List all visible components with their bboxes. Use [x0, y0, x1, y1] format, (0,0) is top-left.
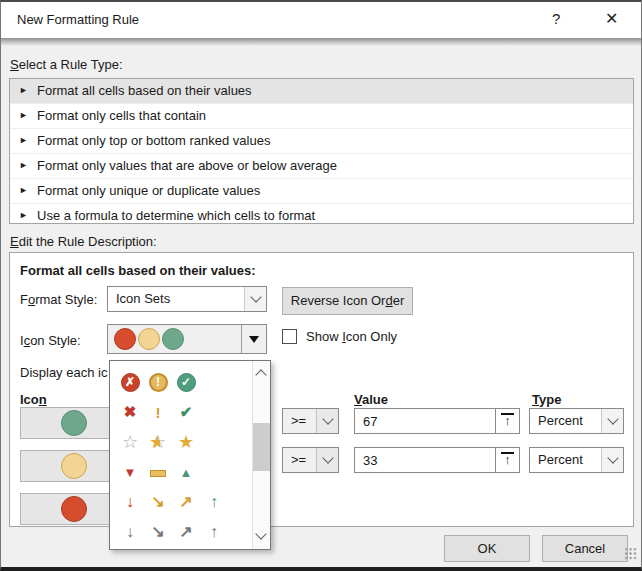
- rule-type-item[interactable]: ► Format only top or bottom ranked value…: [10, 129, 633, 154]
- cancel-button[interactable]: Cancel: [542, 535, 628, 562]
- type-select[interactable]: Percent: [529, 447, 624, 473]
- icon-set-dropdown: ✗ ! ✓ ✖ ! ✔ ☆ ☆★ ★ ▼ ▲ ↓ ↘ ↗ ↑ ↓ ↘ ↗: [109, 360, 271, 550]
- green-circle-icon: [162, 328, 184, 350]
- gray-down-arrow-icon: ↓: [120, 524, 140, 540]
- empty-star-icon: ☆: [120, 433, 140, 451]
- icon-set-3-stars[interactable]: ☆ ☆★ ★: [110, 427, 270, 457]
- titlebar-shadow: [1, 38, 641, 46]
- titlebar: New Formatting Rule ? ✕: [1, 2, 641, 38]
- popup-scrollbar[interactable]: [252, 361, 270, 549]
- dialog-title: New Formatting Rule: [17, 12, 139, 27]
- arrow-marker-icon: ►: [19, 79, 28, 102]
- icon-set-4-arrows-gray[interactable]: ↓ ↘ ↗ ↑: [110, 517, 270, 547]
- red-cross-circle-icon: ✗: [121, 373, 140, 392]
- collapse-dialog-icon: ↑: [496, 452, 519, 467]
- rule-type-list: ► Format all cells based on their values…: [9, 78, 634, 224]
- yellow-up-right-arrow-icon: ↗: [176, 494, 196, 510]
- icon-select-yellow[interactable]: [20, 450, 117, 482]
- dropdown-arrow-icon[interactable]: [241, 325, 266, 353]
- display-each-icon-label: Display each ic: [20, 365, 107, 380]
- format-style-select[interactable]: Icon Sets: [107, 286, 267, 312]
- edit-rule-description-label: Edit the Rule Description:: [10, 234, 157, 249]
- arrow-marker-icon: ►: [19, 179, 28, 202]
- icon-select-green[interactable]: [20, 407, 117, 439]
- arrow-marker-icon: ►: [19, 129, 28, 152]
- chevron-down-icon[interactable]: [601, 409, 623, 433]
- rule-type-item[interactable]: ► Use a formula to determine which cells…: [10, 204, 633, 228]
- show-icon-only-checkbox[interactable]: [282, 329, 297, 344]
- editor-header: Format all cells based on their values:: [20, 263, 256, 278]
- green-up-arrow-icon: ↑: [204, 494, 224, 510]
- icon-select-red[interactable]: [20, 493, 117, 525]
- operator-select[interactable]: >=: [282, 447, 339, 473]
- half-star-icon: ☆★: [148, 433, 168, 451]
- arrow-marker-icon: ►: [19, 154, 28, 177]
- value-input[interactable]: [355, 409, 495, 433]
- icon-column-header: Icon: [20, 392, 47, 407]
- red-down-arrow-icon: ↓: [120, 494, 140, 510]
- scroll-down-icon[interactable]: [257, 526, 265, 541]
- dialog-window: New Formatting Rule ? ✕ Select a Rule Ty…: [0, 0, 642, 571]
- reverse-icon-order-button[interactable]: Reverse Icon Order: [282, 287, 413, 315]
- icon-set-3-triangles[interactable]: ▼ ▲: [110, 457, 270, 487]
- red-circle-icon: [61, 496, 87, 522]
- format-style-value: Icon Sets: [116, 291, 170, 306]
- chevron-down-icon[interactable]: [316, 448, 338, 472]
- chevron-down-icon[interactable]: [244, 287, 266, 311]
- green-check-icon: ✔: [176, 403, 196, 421]
- value-header: Value: [354, 392, 388, 407]
- cell-picker-button[interactable]: ↑: [495, 448, 519, 472]
- collapse-dialog-icon: ↑: [496, 413, 519, 428]
- ok-button[interactable]: OK: [444, 535, 530, 562]
- format-style-label: Format Style:: [20, 292, 97, 307]
- rule-type-item-selected[interactable]: ► Format all cells based on their values: [10, 79, 633, 104]
- arrow-marker-icon: ►: [19, 204, 28, 227]
- yellow-circle-icon: [61, 453, 87, 479]
- close-button[interactable]: ✕: [605, 9, 618, 28]
- resize-grip[interactable]: [624, 547, 637, 560]
- icon-set-3-symbols[interactable]: ✖ ! ✔: [110, 397, 270, 427]
- scrollbar-thumb[interactable]: [253, 423, 270, 471]
- value-field: ↑: [354, 408, 520, 434]
- arrow-marker-icon: ►: [19, 104, 28, 127]
- yellow-exclamation-circle-icon: !: [149, 373, 168, 392]
- rule-type-item[interactable]: ► Format only unique or duplicate values: [10, 179, 633, 204]
- value-field: ↑: [354, 447, 520, 473]
- icon-style-select[interactable]: [107, 324, 267, 354]
- cell-picker-button[interactable]: ↑: [495, 409, 519, 433]
- red-down-triangle-icon: ▼: [120, 465, 140, 480]
- operator-select[interactable]: >=: [282, 408, 339, 434]
- gray-down-right-arrow-icon: ↘: [148, 524, 168, 540]
- select-rule-type-label: Select a Rule Type:: [10, 57, 123, 72]
- type-select[interactable]: Percent: [529, 408, 624, 434]
- gray-up-arrow-icon: ↑: [204, 524, 224, 540]
- chevron-down-icon[interactable]: [601, 448, 623, 472]
- icon-set-3-symbols-circled[interactable]: ✗ ! ✓: [110, 361, 270, 397]
- show-icon-only-label[interactable]: Show Icon Only: [306, 329, 397, 344]
- gray-up-right-arrow-icon: ↗: [176, 524, 196, 540]
- red-circle-icon: [114, 328, 136, 350]
- rule-type-item[interactable]: ► Format only values that are above or b…: [10, 154, 633, 179]
- type-header: Type: [532, 392, 561, 407]
- yellow-down-right-arrow-icon: ↘: [148, 494, 168, 510]
- green-check-circle-icon: ✓: [177, 373, 196, 392]
- scroll-up-icon[interactable]: [257, 367, 265, 382]
- red-cross-icon: ✖: [120, 403, 140, 421]
- help-button[interactable]: ?: [552, 10, 560, 27]
- icon-set-4-arrows-colored[interactable]: ↓ ↘ ↗ ↑: [110, 487, 270, 517]
- yellow-circle-icon: [138, 328, 160, 350]
- rule-editor-panel: Format all cells based on their values: …: [9, 252, 634, 527]
- rule-type-item[interactable]: ► Format only cells that contain: [10, 104, 633, 129]
- full-star-icon: ★: [176, 433, 196, 451]
- value-input[interactable]: [355, 448, 495, 472]
- yellow-dash-icon: [150, 470, 166, 477]
- icon-style-label: Icon Style:: [20, 333, 81, 348]
- yellow-exclamation-icon: !: [148, 404, 168, 421]
- green-up-triangle-icon: ▲: [176, 465, 196, 480]
- chevron-down-icon[interactable]: [316, 409, 338, 433]
- green-circle-icon: [61, 410, 87, 436]
